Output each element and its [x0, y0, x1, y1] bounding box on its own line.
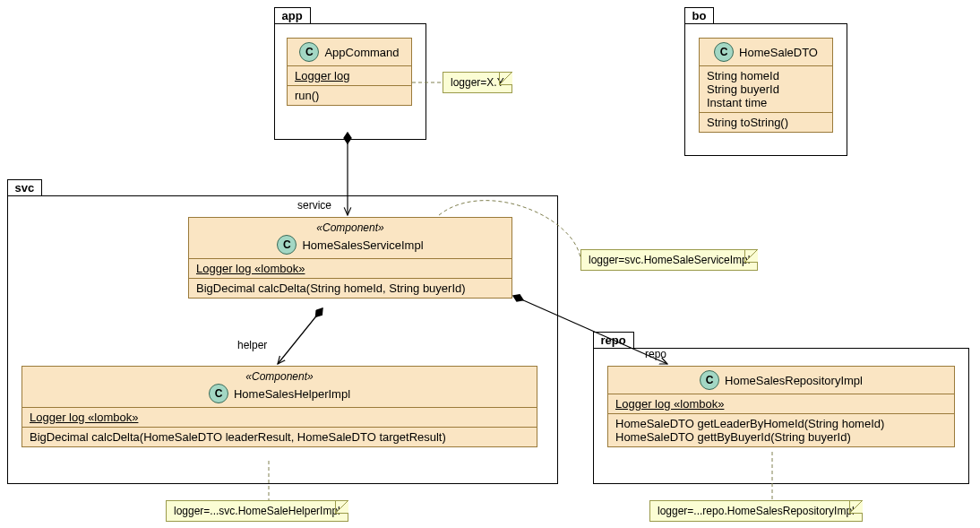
- note-appcommand: logger=X.Y: [443, 72, 512, 93]
- class-name: HomeSalesHelperImpl: [234, 387, 350, 401]
- note-repoimpl: logger=...repo.HomeSalesRepositoryImpl: [649, 500, 863, 522]
- class-homesalesrepositoryimpl: C HomeSalesRepositoryImpl Logger log «lo…: [607, 366, 955, 447]
- edge-label-service: service: [297, 199, 331, 212]
- class-appcommand: C AppCommand Logger log run(): [287, 38, 412, 106]
- class-method: BigDecimal calcDelta(String homeId, Stri…: [189, 279, 511, 298]
- class-homesaledto: C HomeSaleDTO String homeId String buyer…: [699, 38, 833, 133]
- class-icon: C: [700, 370, 719, 390]
- class-fields: String homeId String buyerId Instant tim…: [700, 66, 832, 113]
- class-method: run(): [288, 86, 411, 105]
- class-field: Logger log «lombok»: [22, 408, 537, 428]
- class-homesalesserviceimpl: «Component» C HomeSalesServiceImpl Logge…: [188, 217, 512, 299]
- class-field: Logger log «lombok»: [608, 394, 954, 414]
- note-fold-icon: [335, 500, 348, 514]
- note-serviceimpl: logger=svc.HomeSaleServiceImpl: [580, 249, 758, 271]
- class-icon: C: [277, 235, 297, 255]
- package-app-label: app: [274, 7, 311, 23]
- class-icon: C: [714, 42, 734, 62]
- class-homesaleshelperimpl: «Component» C HomeSalesHelperImpl Logger…: [21, 366, 537, 447]
- package-bo-label: bo: [684, 7, 715, 23]
- edge-label-helper: helper: [237, 339, 267, 351]
- note-fold-icon: [499, 72, 512, 85]
- edge-label-repo: repo: [645, 348, 666, 360]
- package-repo-label: repo: [593, 332, 634, 348]
- class-icon: C: [209, 384, 228, 403]
- note-text: logger=...repo.HomeSalesRepositoryImpl: [658, 505, 855, 517]
- class-method: String toString(): [700, 113, 832, 132]
- class-methods: HomeSaleDTO getLeaderByHomeId(String hom…: [608, 414, 954, 446]
- class-method: BigDecimal calcDelta(HomeSaleDTO leaderR…: [22, 428, 537, 446]
- class-field: Instant time: [707, 96, 825, 109]
- class-name: AppCommand: [324, 46, 399, 59]
- class-field: Logger log «lombok»: [189, 259, 511, 279]
- note-fold-icon: [849, 500, 863, 514]
- class-stereotype: «Component»: [316, 221, 383, 234]
- class-field: Logger log: [288, 66, 411, 86]
- class-method: HomeSaleDTO getLeaderByHomeId(String hom…: [615, 417, 947, 430]
- note-helperimpl: logger=...svc.HomeSaleHelperImpl: [166, 500, 348, 522]
- class-stereotype: «Component»: [245, 370, 313, 383]
- class-icon: C: [299, 42, 319, 62]
- class-field: String homeId: [707, 69, 825, 82]
- note-text: logger=svc.HomeSaleServiceImpl: [589, 254, 750, 266]
- class-name: HomeSalesServiceImpl: [302, 238, 423, 252]
- class-method: HomeSaleDTO gettByBuyerId(String buyerId…: [615, 430, 947, 444]
- note-fold-icon: [744, 249, 758, 263]
- note-text: logger=...svc.HomeSaleHelperImpl: [174, 505, 340, 517]
- class-field: String buyerId: [707, 82, 825, 96]
- note-text: logger=X.Y: [451, 76, 504, 89]
- class-name: HomeSalesRepositoryImpl: [725, 374, 863, 387]
- package-svc-label: svc: [7, 179, 43, 195]
- class-name: HomeSaleDTO: [739, 46, 818, 59]
